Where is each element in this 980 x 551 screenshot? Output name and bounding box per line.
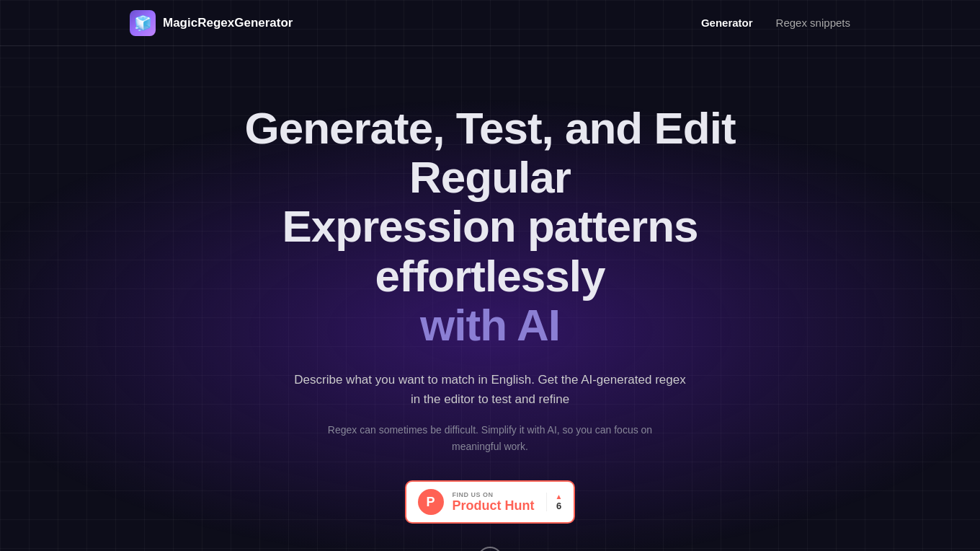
logo-container[interactable]: 🧊 MagicRegexGenerator xyxy=(130,10,293,36)
hero-title: Generate, Test, and Edit Regular Express… xyxy=(166,104,814,350)
ph-logo: P xyxy=(418,489,444,515)
site-title: MagicRegexGenerator xyxy=(163,16,293,30)
hero-title-line1: Generate, Test, and Edit Regular xyxy=(244,103,735,202)
nav-link-generator[interactable]: Generator xyxy=(701,17,753,29)
ph-product-hunt-label: Product Hunt xyxy=(453,498,535,513)
nav-links: Generator Regex snippets xyxy=(701,17,850,29)
ph-text-container: FIND US ON Product Hunt xyxy=(453,491,535,513)
ph-vote-count: 6 xyxy=(556,501,561,511)
ph-logo-letter: P xyxy=(427,495,435,510)
hero-section: Generate, Test, and Edit Regular Express… xyxy=(0,46,980,551)
hero-subtitle: Describe what you want to match in Engli… xyxy=(288,370,692,409)
ph-votes-container: ▲ 6 xyxy=(546,493,563,511)
hero-sub2: Regex can sometimes be difficult. Simpli… xyxy=(317,422,663,454)
nav-link-snippets[interactable]: Regex snippets xyxy=(776,17,850,29)
product-hunt-badge[interactable]: P FIND US ON Product Hunt ▲ 6 xyxy=(405,480,576,524)
hero-title-line3: with AI xyxy=(420,300,560,350)
ph-upvote-arrow: ▲ xyxy=(556,493,563,501)
scroll-down-button[interactable]: ↓ xyxy=(477,547,503,551)
navbar: 🧊 MagicRegexGenerator Generator Regex sn… xyxy=(0,0,980,46)
logo-icon: 🧊 xyxy=(130,10,156,36)
hero-title-line2: Expression patterns effortlessly xyxy=(282,201,698,300)
logo-icon-glyph: 🧊 xyxy=(134,14,152,32)
ph-find-us-label: FIND US ON xyxy=(453,491,494,498)
